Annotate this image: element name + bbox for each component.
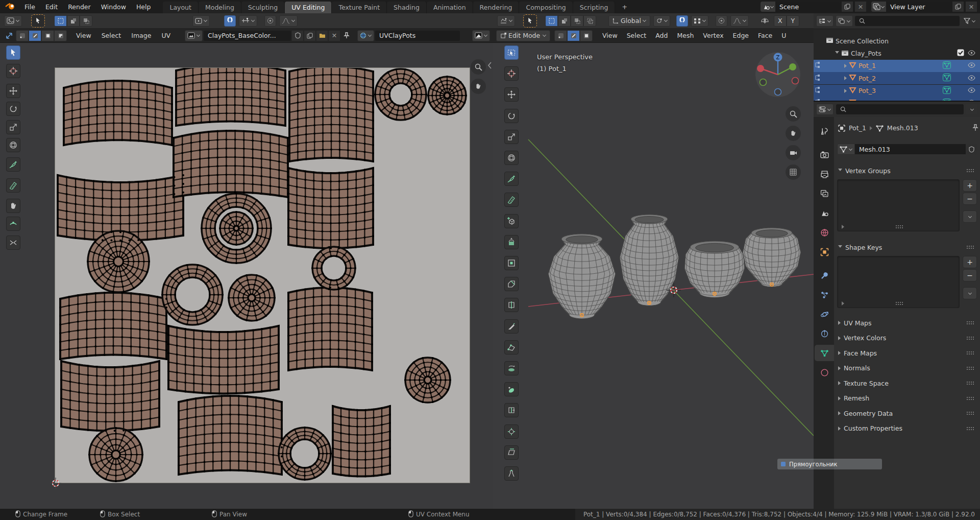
panel-normals-header[interactable]: Normals bbox=[834, 362, 980, 375]
vgroup-remove-button[interactable]: − bbox=[963, 193, 977, 205]
panel-grip-icon[interactable] bbox=[966, 427, 975, 431]
uv-menu-uv[interactable]: UV bbox=[156, 32, 176, 39]
panel-grip-icon[interactable] bbox=[966, 381, 975, 385]
menu-edit[interactable]: Edit bbox=[40, 3, 63, 11]
properties-options-button[interactable] bbox=[966, 104, 977, 114]
shapekey-remove-button[interactable]: − bbox=[963, 269, 977, 281]
list-expand-icon[interactable] bbox=[842, 225, 844, 229]
vp-select-intersect-button[interactable] bbox=[583, 15, 596, 27]
uv-select-extend-button[interactable] bbox=[67, 15, 80, 27]
workspace-tab-scripting[interactable]: Scripting bbox=[573, 2, 616, 13]
open-image-button[interactable] bbox=[316, 31, 328, 41]
workspace-tab-rendering[interactable]: Rendering bbox=[473, 2, 520, 13]
scene-name-field[interactable]: Scene bbox=[775, 2, 840, 12]
tab-data[interactable] bbox=[815, 345, 834, 361]
vp-camera-icon[interactable] bbox=[786, 145, 801, 160]
tool-smooth-button[interactable] bbox=[504, 382, 519, 396]
uv-island-mode-button[interactable] bbox=[54, 30, 67, 41]
tab-render[interactable] bbox=[815, 147, 834, 163]
uv-menu-view[interactable]: View bbox=[71, 32, 96, 39]
uv-snap-toggle[interactable] bbox=[224, 15, 236, 27]
view-layer-remove-button[interactable]: ✕ bbox=[966, 2, 977, 12]
workspace-tab-animation[interactable]: Animation bbox=[427, 2, 473, 13]
vp-menu-face[interactable]: Face bbox=[753, 32, 777, 39]
uv-select-new-button[interactable] bbox=[54, 15, 67, 27]
tool-rip-button[interactable] bbox=[504, 466, 519, 481]
view-layer-name-field[interactable]: View Layer bbox=[886, 2, 950, 12]
tool-shear-button[interactable] bbox=[504, 445, 519, 460]
outliner-row-clay-pots[interactable]: Clay_Pots bbox=[814, 48, 980, 60]
outliner-item-label[interactable]: Clay_Pots bbox=[851, 50, 881, 57]
view-layer-copy-button[interactable] bbox=[952, 2, 964, 12]
mirror-x-button[interactable]: X bbox=[774, 15, 787, 27]
properties-editor-type-button[interactable] bbox=[816, 104, 834, 115]
tool-inset-button[interactable] bbox=[504, 256, 519, 270]
outliner-item-label[interactable]: Pot_3 bbox=[859, 87, 876, 94]
tool-move-button[interactable] bbox=[504, 87, 519, 102]
tool-spin-button[interactable] bbox=[504, 361, 519, 375]
orientation-dropdown[interactable]: Global bbox=[608, 15, 650, 27]
scene-copy-button[interactable] bbox=[842, 2, 853, 12]
hide-eye-icon[interactable] bbox=[968, 87, 975, 94]
tool-annotate-button[interactable] bbox=[6, 157, 20, 172]
view-layer-selector[interactable]: View Layer bbox=[871, 2, 950, 12]
panel-geometry-data-header[interactable]: Geometry Data bbox=[834, 407, 980, 420]
workspace-tab-texture-paint[interactable]: Texture Paint bbox=[332, 2, 387, 13]
vp-menu-edge[interactable]: Edge bbox=[728, 32, 753, 39]
outliner-item-label[interactable]: Pot_2 bbox=[859, 75, 876, 82]
workspace-tab-layout[interactable]: Layout bbox=[163, 2, 199, 13]
tool-add-cube-button[interactable] bbox=[504, 214, 519, 228]
expand-icon[interactable] bbox=[844, 76, 847, 80]
edge-select-button[interactable] bbox=[567, 30, 580, 41]
hide-eye-icon[interactable] bbox=[968, 50, 975, 57]
uv-edge-mode-button[interactable] bbox=[29, 30, 41, 41]
expand-icon[interactable] bbox=[835, 51, 839, 56]
tool-transform-button[interactable] bbox=[504, 151, 519, 165]
tool-shrink-fatten-button[interactable] bbox=[504, 424, 519, 439]
tool-measure-button[interactable] bbox=[6, 178, 20, 193]
tool-edge-slide-button[interactable] bbox=[504, 403, 519, 417]
view-layer-browse-icon[interactable] bbox=[871, 2, 886, 12]
menu-file[interactable]: File bbox=[19, 3, 40, 11]
shapekey-specials-button[interactable] bbox=[963, 287, 977, 299]
tool-poly-build-button[interactable] bbox=[504, 340, 519, 354]
uv-image-name-field[interactable]: ClayPots_BaseColor... bbox=[204, 31, 291, 41]
hide-eye-icon[interactable] bbox=[968, 75, 975, 82]
pin-id-icon[interactable] bbox=[972, 124, 979, 131]
tab-modifiers[interactable] bbox=[815, 267, 834, 283]
tool-grab-button[interactable] bbox=[6, 199, 20, 213]
vertex-select-button[interactable] bbox=[554, 30, 567, 41]
panel-custom-properties-header[interactable]: Custom Properties bbox=[834, 422, 980, 435]
expand-icon[interactable] bbox=[844, 64, 847, 68]
tool-measure-button[interactable] bbox=[504, 193, 519, 207]
uv-menu-image[interactable]: Image bbox=[126, 32, 156, 39]
list-grip-icon[interactable] bbox=[895, 301, 904, 305]
properties-search-input[interactable] bbox=[836, 104, 964, 114]
panel-texture-space-header[interactable]: Texture Space bbox=[834, 376, 980, 390]
vp-select-new-button[interactable] bbox=[545, 15, 558, 27]
mesh-fake-user-button[interactable] bbox=[966, 144, 977, 154]
uv-vertex-mode-button[interactable] bbox=[16, 30, 29, 41]
workspace-tab-uv-editing[interactable]: UV Editing bbox=[285, 2, 332, 13]
panel-grip-icon[interactable] bbox=[966, 351, 975, 355]
navigation-gizmo[interactable]: Z bbox=[750, 46, 806, 102]
outliner-display-mode-button[interactable] bbox=[816, 15, 834, 27]
tool-rotate-button[interactable] bbox=[6, 102, 20, 116]
panel-face-maps-header[interactable]: Face Maps bbox=[834, 346, 980, 360]
tab-physics[interactable] bbox=[815, 306, 834, 322]
tool-annotate-button[interactable] bbox=[504, 172, 519, 186]
breadcrumb-object[interactable]: Pot_1 bbox=[849, 124, 866, 132]
viewport-canvas[interactable]: User Perspective (1) Pot_1 Z bbox=[493, 43, 814, 509]
uv-face-mode-button[interactable] bbox=[41, 30, 54, 41]
uv-proportional-falloff-button[interactable] bbox=[279, 15, 298, 27]
uv-zoom-icon[interactable] bbox=[471, 59, 486, 75]
expand-icon[interactable] bbox=[844, 89, 847, 93]
menu-render[interactable]: Render bbox=[63, 3, 96, 11]
tab-object[interactable] bbox=[815, 244, 834, 260]
tool-tweak-button[interactable] bbox=[6, 45, 20, 60]
outliner-row-pot-2[interactable]: Pot_2 bbox=[814, 72, 980, 84]
tool-pinch-button[interactable] bbox=[6, 235, 20, 250]
tab-constraints[interactable] bbox=[815, 325, 834, 342]
new-image-button[interactable] bbox=[304, 31, 315, 41]
uv-canvas[interactable] bbox=[0, 43, 493, 509]
